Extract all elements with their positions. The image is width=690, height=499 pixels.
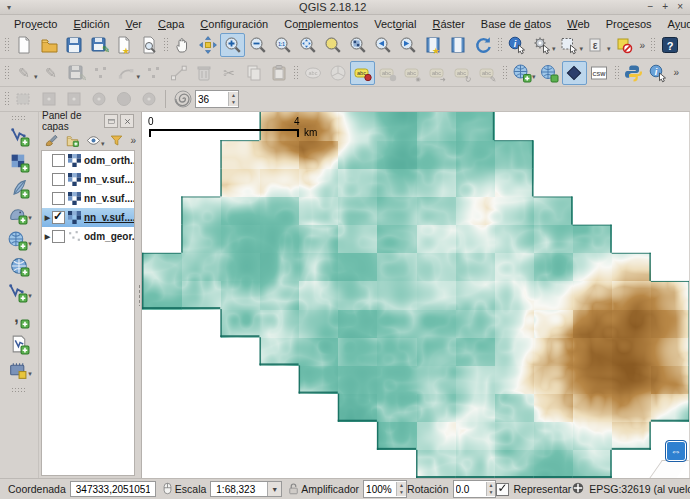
- extents-toggle-icon[interactable]: [160, 481, 175, 498]
- python-console-icon[interactable]: [621, 61, 646, 85]
- toolbar-grip[interactable]: [650, 37, 655, 53]
- add-wms-layer-icon[interactable]: [5, 228, 30, 252]
- add-delimited-text-layer-icon[interactable]: ,: [7, 306, 32, 330]
- scale-combo[interactable]: ▼: [210, 481, 282, 497]
- layer-row[interactable]: odm_orth...: [42, 151, 134, 170]
- csw-catalog-icon[interactable]: CSW: [587, 61, 612, 85]
- layer-visibility-checkbox[interactable]: [52, 154, 65, 167]
- layer-visibility-checkbox[interactable]: [52, 211, 65, 224]
- coordinate-input[interactable]: [74, 483, 152, 496]
- zoom-next-icon[interactable]: [395, 33, 420, 57]
- crs-status-icon[interactable]: [571, 481, 585, 497]
- menu-item-ver[interactable]: Ver: [118, 17, 151, 31]
- help-icon[interactable]: ?: [657, 33, 682, 57]
- toolbar-grip[interactable]: [614, 65, 619, 81]
- menu-item-vectorial[interactable]: Vectorial: [366, 17, 424, 31]
- whats-this-icon[interactable]: i: [646, 61, 671, 85]
- close-panel-icon[interactable]: [120, 114, 134, 128]
- zoom-to-selection-icon[interactable]: [320, 33, 345, 57]
- filter-legend-icon[interactable]: [107, 131, 127, 150]
- feature-actions-icon[interactable]: [529, 33, 554, 57]
- metasearch-service-icon[interactable]: [537, 61, 562, 85]
- zoom-out-icon[interactable]: [245, 33, 270, 57]
- float-panel-icon[interactable]: [104, 114, 118, 128]
- rotation-input[interactable]: [454, 484, 486, 495]
- close-icon[interactable]: ×: [677, 2, 683, 12]
- teamviewer-tab[interactable]: ⇔: [665, 440, 687, 462]
- add-vector-layer-icon[interactable]: [7, 124, 32, 148]
- identify-features-icon[interactable]: i: [504, 33, 529, 57]
- zoom-full-icon[interactable]: [295, 33, 320, 57]
- toolbar-grip[interactable]: [502, 65, 507, 81]
- scale-input[interactable]: [214, 483, 264, 496]
- toolbar-overflow[interactable]: »: [637, 40, 649, 51]
- new-project-icon[interactable]: [11, 33, 36, 57]
- new-composer-icon[interactable]: ★: [111, 33, 136, 57]
- toolbar-grip[interactable]: [4, 65, 9, 81]
- layer-styling-icon[interactable]: [41, 131, 61, 150]
- rotation-spinner[interactable]: ▲▼: [453, 480, 497, 498]
- web-service-icon[interactable]: [509, 61, 534, 85]
- spiral-tool-icon[interactable]: [170, 87, 195, 111]
- brush-size-spinner[interactable]: ▲▼: [195, 90, 239, 108]
- refresh-map-icon[interactable]: [470, 33, 495, 57]
- expand-icon[interactable]: ▶: [43, 233, 52, 241]
- new-bookmark-icon[interactable]: ★: [420, 33, 445, 57]
- add-group-icon[interactable]: [62, 131, 82, 150]
- add-plugin-layer-icon[interactable]: [5, 358, 30, 382]
- map-themes-icon[interactable]: [83, 131, 103, 150]
- render-checkbox[interactable]: [496, 483, 509, 496]
- zoom-last-icon[interactable]: [370, 33, 395, 57]
- save-project-as-icon[interactable]: ✎: [86, 33, 111, 57]
- menu-item-ayuda[interactable]: Ayuda: [660, 17, 690, 31]
- menu-item-r-ster[interactable]: Ráster: [424, 17, 472, 31]
- add-wcs-layer-icon[interactable]: [7, 254, 32, 278]
- layer-visibility-checkbox[interactable]: [52, 192, 65, 205]
- menu-item-procesos[interactable]: Procesos: [598, 17, 660, 31]
- menu-item-web[interactable]: Web: [559, 17, 597, 31]
- magnifier-input[interactable]: [364, 484, 396, 495]
- menu-item-configuraci-n[interactable]: Configuración: [192, 17, 276, 31]
- scale-lock-icon[interactable]: [286, 481, 301, 498]
- composer-manager-icon[interactable]: [136, 33, 161, 57]
- plugin-toggle-icon[interactable]: [562, 61, 587, 85]
- zoom-to-layer-icon[interactable]: [345, 33, 370, 57]
- minimize-icon[interactable]: −: [647, 2, 653, 12]
- select-by-expression-icon[interactable]: ε: [584, 33, 609, 57]
- layer-row[interactable]: nn_v.suf....: [42, 189, 134, 208]
- window-menu-icon[interactable]: ▾: [0, 3, 18, 12]
- add-spatialite-layer-icon[interactable]: [7, 332, 32, 356]
- new-shapefile-layer-icon[interactable]: [7, 176, 32, 200]
- deselect-all-icon[interactable]: [612, 33, 637, 57]
- pan-map-icon[interactable]: [170, 33, 195, 57]
- toolbar-grip[interactable]: [163, 37, 168, 53]
- show-bookmarks-icon[interactable]: [445, 33, 470, 57]
- menu-item-proyecto[interactable]: Proyecto: [6, 17, 65, 31]
- layer-visibility-checkbox[interactable]: [52, 230, 65, 243]
- layer-row[interactable]: ▶odm_geor...: [42, 227, 134, 246]
- toolbar-grip[interactable]: [293, 65, 298, 81]
- layer-visibility-checkbox[interactable]: [52, 173, 65, 186]
- pan-to-selection-icon[interactable]: [195, 33, 220, 57]
- menu-item-capa[interactable]: Capa: [150, 17, 192, 31]
- menu-item-complementos[interactable]: Complementos: [276, 17, 366, 31]
- save-project-icon[interactable]: [61, 33, 86, 57]
- add-wfs-layer-icon[interactable]: [5, 280, 30, 304]
- toolbar-grip[interactable]: [4, 91, 9, 107]
- open-project-icon[interactable]: [36, 33, 61, 57]
- menu-item-edici-n[interactable]: Edición: [65, 17, 117, 31]
- add-database-layer-icon[interactable]: [5, 202, 30, 226]
- zoom-native-icon[interactable]: 1:1: [270, 33, 295, 57]
- map-canvas[interactable]: [142, 112, 689, 478]
- layer-row[interactable]: ▶nn_v.suf....: [42, 208, 134, 227]
- expand-icon[interactable]: ▶: [43, 214, 52, 222]
- toolbar-grip[interactable]: [4, 37, 9, 53]
- select-features-icon[interactable]: [557, 33, 582, 57]
- magnifier-spinner[interactable]: ▲▼: [363, 480, 407, 498]
- toolbar-overflow[interactable]: »: [671, 67, 683, 78]
- maximize-icon[interactable]: +: [662, 2, 668, 12]
- menu-item-base-de-datos[interactable]: Base de datos: [473, 17, 559, 31]
- toolbar-grip[interactable]: [497, 37, 502, 53]
- zoom-in-icon[interactable]: [220, 33, 245, 57]
- layer-row[interactable]: nn_v.suf....: [42, 170, 134, 189]
